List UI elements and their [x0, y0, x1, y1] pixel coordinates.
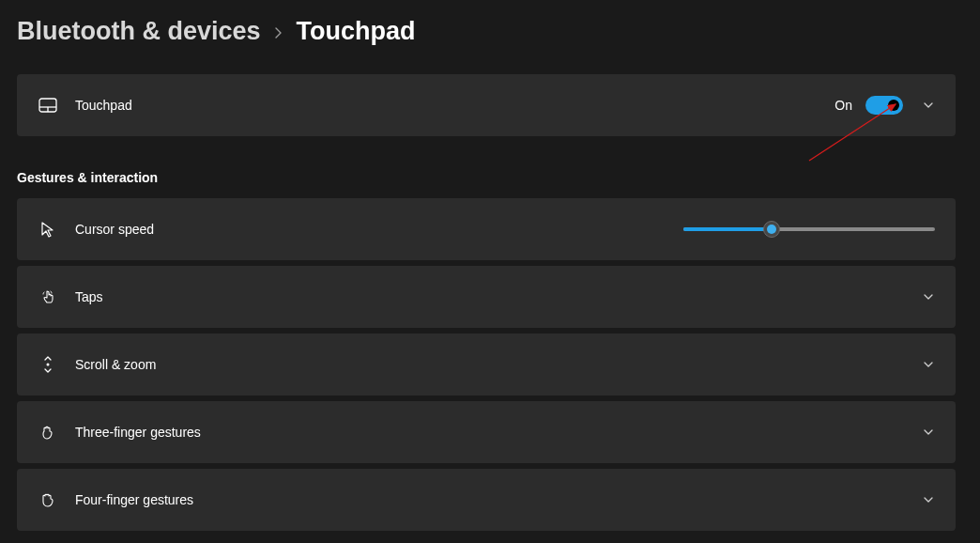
chevron-down-icon — [922, 358, 935, 371]
toggle-knob — [888, 100, 899, 111]
three-finger-label: Three-finger gestures — [75, 425, 922, 440]
cursor-speed-label: Cursor speed — [75, 222, 683, 237]
section-title-gestures: Gestures & interaction — [17, 170, 956, 185]
tap-icon — [38, 287, 58, 307]
touchpad-toggle-card[interactable]: Touchpad On — [17, 74, 956, 136]
four-finger-label: Four-finger gestures — [75, 492, 922, 507]
hand-four-icon — [38, 489, 58, 510]
hand-three-icon — [38, 422, 58, 442]
touchpad-label: Touchpad — [75, 98, 835, 113]
touchpad-icon — [38, 95, 58, 116]
taps-row[interactable]: Taps — [17, 266, 956, 328]
three-finger-row[interactable]: Three-finger gestures — [17, 401, 956, 463]
touchpad-toggle[interactable] — [865, 96, 903, 115]
chevron-down-icon — [922, 290, 935, 303]
breadcrumb: Bluetooth & devices Touchpad — [17, 17, 956, 46]
chevron-down-icon — [922, 426, 935, 439]
chevron-down-icon — [922, 493, 935, 506]
toggle-status-text: On — [835, 98, 852, 113]
cursor-speed-slider[interactable] — [683, 220, 935, 239]
page-title: Touchpad — [297, 17, 416, 46]
chevron-right-icon — [274, 23, 283, 44]
cursor-speed-row: Cursor speed — [17, 198, 956, 260]
cursor-icon — [38, 219, 58, 240]
four-finger-row[interactable]: Four-finger gestures — [17, 469, 956, 531]
scroll-zoom-label: Scroll & zoom — [75, 357, 922, 372]
svg-point-4 — [47, 364, 50, 366]
scroll-icon — [38, 354, 58, 375]
scroll-zoom-row[interactable]: Scroll & zoom — [17, 334, 956, 396]
taps-label: Taps — [75, 289, 922, 304]
slider-fill — [683, 227, 772, 231]
slider-thumb[interactable] — [763, 221, 780, 238]
breadcrumb-parent[interactable]: Bluetooth & devices — [17, 17, 261, 46]
chevron-down-icon[interactable] — [922, 99, 935, 112]
